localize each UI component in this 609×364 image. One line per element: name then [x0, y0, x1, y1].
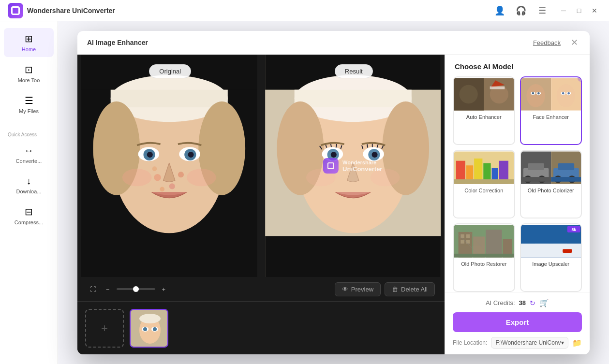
svg-point-17 [178, 172, 184, 177]
svg-point-42 [143, 327, 147, 331]
sidebar-label-my-files: My Files [19, 108, 39, 114]
delete-all-button[interactable]: 🗑 Delete All [385, 282, 435, 296]
sidebar-item-home[interactable]: ⊞ Home [4, 28, 54, 57]
sidebar-item-converter[interactable]: ↔ Converte... [4, 140, 54, 169]
svg-rect-2 [81, 236, 257, 277]
svg-rect-48 [490, 87, 505, 89]
svg-point-18 [160, 187, 164, 192]
preview-button[interactable]: 👁 Preview [335, 282, 381, 296]
zoom-controls: ⛶ − + [87, 283, 168, 296]
svg-rect-100 [563, 249, 572, 253]
app-logo-icon [11, 6, 20, 15]
sidebar-item-more-tools[interactable]: ⊡ More Too [4, 59, 54, 88]
thumbnail-strip: + [77, 301, 445, 354]
zoom-out-button[interactable]: − [103, 283, 113, 296]
color-correction-label: Color Correction [454, 185, 514, 196]
svg-point-34 [371, 152, 377, 158]
model-card-auto-enhancer[interactable]: Auto Enhancer [453, 76, 515, 145]
credits-label: AI Credits: [486, 299, 515, 306]
image-toolbar: ⛶ − + 👁 [77, 277, 445, 301]
svg-point-16 [152, 166, 157, 171]
title-bar-left: Wondershare UniConverter [8, 3, 115, 18]
credits-count: 38 [519, 299, 526, 306]
svg-point-57 [556, 84, 575, 107]
zoom-in-button[interactable]: + [159, 283, 169, 296]
image-upscaler-svg: 8k [521, 224, 581, 258]
model-card-color-correction[interactable]: Color Correction [453, 150, 515, 218]
file-location-select[interactable]: F:\Wondershare UniConv ▾ [491, 337, 568, 349]
svg-point-43 [153, 327, 157, 331]
export-button[interactable]: Export [453, 312, 582, 332]
svg-rect-76 [521, 177, 551, 182]
svg-rect-95 [521, 244, 581, 258]
app-name: Wondershare UniConverter [27, 7, 115, 15]
menu-icon[interactable]: ☰ [535, 4, 549, 17]
credits-row: AI Credits: 38 ↻ 🛒 [453, 298, 582, 307]
cart-icon[interactable]: 🛒 [539, 298, 549, 307]
original-label: Original [149, 64, 191, 78]
add-image-button[interactable]: + [85, 309, 124, 348]
svg-rect-69 [454, 179, 514, 184]
auto-enhancer-svg [454, 77, 514, 111]
home-icon: ⊞ [25, 33, 33, 44]
sidebar-label-converter: Converte... [16, 158, 42, 164]
svg-text:8k: 8k [571, 227, 576, 232]
add-icon: + [101, 321, 108, 335]
sidebar-divider [0, 124, 58, 124]
watermark-brand: Wondershare [342, 160, 382, 165]
svg-rect-81 [551, 177, 581, 182]
svg-point-13 [188, 152, 193, 158]
panel-footer: AI Credits: 38 ↻ 🛒 Export File Location:… [445, 292, 590, 354]
auto-enhancer-label: Auto Enhancer [454, 111, 514, 123]
svg-rect-23 [265, 236, 441, 277]
face-enhancer-label: Face Enhancer [521, 111, 581, 123]
svg-rect-78 [558, 163, 574, 170]
view-controls: 👁 Preview 🗑 Delete All [335, 282, 435, 296]
result-side: Wondershare UniConverter [261, 55, 445, 277]
model-card-image-upscaler[interactable]: 8k Image Upscaler [520, 223, 582, 292]
quick-access-label: Quick Access [0, 128, 58, 139]
svg-point-33 [330, 152, 336, 158]
browse-folder-button[interactable]: 📁 [572, 338, 582, 348]
zoom-in-icon: + [162, 286, 166, 293]
refresh-credits-button[interactable]: ↻ [530, 299, 535, 307]
thumbnail-face-svg [131, 310, 168, 348]
maximize-button[interactable]: □ [572, 4, 586, 17]
right-panel: Choose AI Model [445, 55, 590, 354]
close-button[interactable]: ✕ [588, 4, 601, 17]
model-card-old-photo-restorer[interactable]: Old Photo Restorer [453, 223, 515, 292]
thumbnail-item-1[interactable] [130, 309, 168, 348]
old-photo-restorer-svg [454, 224, 514, 258]
original-face-svg [77, 55, 261, 277]
image-area: Original Result [77, 55, 445, 354]
svg-point-12 [147, 152, 153, 158]
sidebar-item-download[interactable]: ↓ Downloa... [4, 171, 54, 199]
my-files-icon: ☰ [25, 95, 33, 106]
svg-rect-73 [528, 163, 544, 170]
sidebar-item-my-files[interactable]: ☰ My Files [4, 90, 54, 119]
image-upscaler-thumb: 8k [521, 224, 581, 258]
svg-point-55 [537, 92, 539, 95]
svg-point-46 [459, 85, 477, 103]
minimize-button[interactable]: ─ [557, 4, 570, 17]
watermark: Wondershare UniConverter [323, 158, 382, 174]
model-card-old-photo-colorizer[interactable]: Old Photo Colorizer [520, 150, 582, 218]
svg-point-51 [526, 84, 545, 107]
ai-models-grid: Auto Enhancer [445, 76, 590, 292]
modal-body: Original Result [77, 55, 590, 354]
zoom-slider[interactable] [117, 288, 155, 290]
user-icon[interactable]: 👤 [493, 4, 506, 17]
watermark-product: UniConverter [342, 165, 382, 173]
face-enhancer-svg [521, 77, 581, 111]
compare-labels: Original Result [77, 64, 445, 78]
feedback-link[interactable]: Feedback [533, 39, 561, 46]
compress-icon: ⊟ [25, 206, 33, 218]
headphone-icon[interactable]: 🎧 [514, 4, 528, 17]
color-correction-thumb [454, 151, 514, 185]
model-card-face-enhancer[interactable]: Face Enhancer [520, 76, 582, 145]
old-photo-colorizer-label: Old Photo Colorizer [521, 185, 581, 196]
modal-close-button[interactable]: ✕ [568, 37, 580, 48]
fit-button[interactable]: ⛶ [87, 283, 99, 296]
sidebar-label-home: Home [22, 46, 36, 52]
sidebar-item-compress[interactable]: ⊟ Compress... [4, 201, 54, 230]
